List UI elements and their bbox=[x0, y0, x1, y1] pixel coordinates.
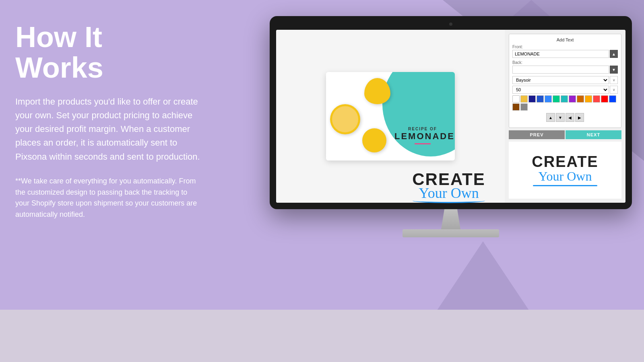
color-red-light[interactable] bbox=[593, 95, 600, 103]
create-text-right: CREATE bbox=[532, 154, 598, 169]
back-text-input[interactable] bbox=[512, 66, 609, 74]
color-blue1[interactable] bbox=[537, 95, 544, 103]
create-underline-right bbox=[533, 185, 597, 186]
back-input-row: ▼ bbox=[512, 66, 618, 74]
arrow-down[interactable]: ▼ bbox=[556, 113, 565, 122]
monitor-neck bbox=[435, 209, 467, 229]
create-logo-inner: CREATE Your Own bbox=[532, 154, 598, 186]
color-palette bbox=[512, 95, 618, 111]
front-text-input[interactable] bbox=[512, 50, 609, 58]
color-teal[interactable] bbox=[561, 95, 568, 103]
color-blue2[interactable] bbox=[545, 95, 552, 103]
screen-product-area: RECIPE OF LEMONADE CREATE Your Own bbox=[276, 30, 505, 203]
add-text-title: Add Text bbox=[512, 37, 618, 42]
color-orange-dark[interactable] bbox=[577, 95, 584, 103]
main-heading: How It Works bbox=[15, 22, 200, 83]
heading-line2: Works bbox=[15, 51, 103, 84]
left-panel: How It Works Import the products you'd l… bbox=[15, 22, 200, 220]
color-darkblue[interactable] bbox=[528, 95, 536, 103]
bottom-nav: PREV NEXT bbox=[509, 130, 621, 139]
color-yellow[interactable] bbox=[520, 95, 528, 103]
product-card: RECIPE OF LEMONADE bbox=[326, 72, 455, 160]
color-brown[interactable] bbox=[512, 103, 520, 111]
nav-arrows: ▲ ▼ ◀ ▶ bbox=[512, 113, 618, 122]
pink-underline bbox=[415, 143, 431, 144]
prev-button[interactable]: PREV bbox=[509, 130, 565, 139]
color-gray[interactable] bbox=[520, 103, 528, 111]
color-red[interactable] bbox=[601, 95, 608, 103]
next-button[interactable]: NEXT bbox=[566, 130, 621, 139]
lemon-3 bbox=[362, 128, 386, 152]
screen-editor-panel: Add Text Front: ▲ Back: ▼ Baysoir bbox=[505, 30, 625, 203]
font-select-arrow: ∨ bbox=[610, 76, 618, 84]
lemon-area bbox=[326, 72, 398, 160]
monitor-body: RECIPE OF LEMONADE CREATE Your Own bbox=[270, 16, 632, 209]
lemonade-label: LEMONADE bbox=[394, 131, 451, 142]
back-label: Back: bbox=[512, 60, 618, 65]
arrow-up[interactable]: ▲ bbox=[546, 113, 555, 122]
monitor-container: RECIPE OF LEMONADE CREATE Your Own bbox=[270, 16, 632, 237]
front-label: Front: bbox=[512, 45, 618, 49]
font-select[interactable]: Baysoir bbox=[512, 76, 609, 84]
lemon-1 bbox=[364, 78, 390, 104]
your-own-text: Your Own bbox=[394, 186, 503, 200]
lemon-2 bbox=[330, 104, 360, 134]
color-green[interactable] bbox=[553, 95, 560, 103]
heading-line1: How It bbox=[15, 21, 102, 53]
arrow-right[interactable]: ▶ bbox=[575, 113, 584, 122]
size-select-arrow: ∨ bbox=[610, 86, 618, 94]
product-text: RECIPE OF LEMONADE bbox=[394, 127, 451, 144]
back-scroll-btn[interactable]: ▼ bbox=[610, 66, 618, 74]
color-orange[interactable] bbox=[585, 95, 592, 103]
your-own-right: Your Own bbox=[532, 169, 598, 183]
color-purple[interactable] bbox=[569, 95, 576, 103]
create-logo: CREATE Your Own bbox=[394, 171, 503, 203]
size-select[interactable]: 50 bbox=[512, 86, 609, 94]
footnote-text: **We take care of everything for you aut… bbox=[15, 176, 200, 221]
description-text: Import the products you'd like to offer … bbox=[15, 95, 200, 163]
monitor-base bbox=[402, 229, 499, 237]
arrow-left[interactable]: ◀ bbox=[566, 113, 574, 122]
bg-floor bbox=[0, 310, 644, 362]
color-white[interactable] bbox=[512, 95, 520, 103]
font-select-row: Baysoir ∨ bbox=[512, 76, 618, 84]
front-scroll-btn[interactable]: ▲ bbox=[610, 50, 618, 58]
size-select-row: 50 ∨ bbox=[512, 86, 618, 94]
monitor-screen: RECIPE OF LEMONADE CREATE Your Own bbox=[276, 30, 625, 203]
front-input-row: ▲ bbox=[512, 50, 618, 58]
monitor-camera bbox=[449, 23, 452, 26]
color-blue3[interactable] bbox=[609, 95, 616, 103]
recipe-of-label: RECIPE OF bbox=[394, 127, 451, 131]
create-logo-panel: CREATE Your Own bbox=[509, 142, 621, 199]
add-text-panel: Add Text Front: ▲ Back: ▼ Baysoir bbox=[509, 34, 621, 128]
